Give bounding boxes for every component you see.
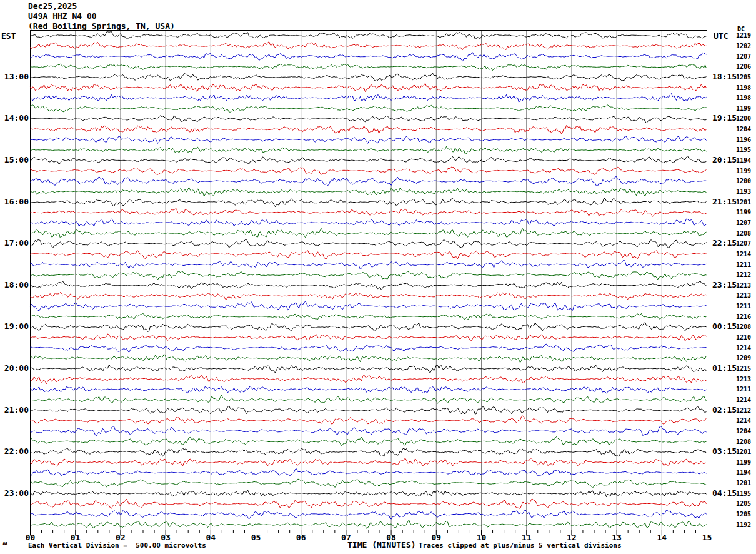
seismogram-trace-row <box>31 126 707 134</box>
minute-tick-label: 02 <box>111 533 130 542</box>
est-hour-label: 20:00 <box>0 363 29 373</box>
seismogram-trace-row <box>31 354 707 363</box>
est-hour-label: 23:00 <box>0 488 29 498</box>
dc-offset-value: 1209 <box>736 355 751 361</box>
utc-hour-label: 22:15 <box>712 238 737 248</box>
seismogram-trace-row <box>31 520 707 528</box>
dc-offset-value: 1207 <box>736 53 751 60</box>
dc-offset-value: 1215 <box>736 365 751 372</box>
dc-offset-value: 1208 <box>736 438 751 445</box>
est-hour-label: 18:00 <box>0 280 29 290</box>
dc-offset-value: 1216 <box>736 313 751 320</box>
seismogram-trace-row <box>31 490 707 497</box>
seismogram-trace-row <box>31 105 707 112</box>
dc-offset-value: 1198 <box>736 84 751 91</box>
dc-offset-value: 1201 <box>736 480 751 486</box>
minute-tick-label: 14 <box>652 533 671 542</box>
dc-offset-value: 1200 <box>736 178 751 184</box>
seismogram-trace-row <box>31 271 707 280</box>
seismogram-trace-row <box>31 416 707 424</box>
utc-hour-label: 20:15 <box>712 155 737 164</box>
dc-offset-value: 1213 <box>736 292 751 299</box>
dc-offset-value: 1195 <box>736 490 751 497</box>
seismogram-trace-row <box>31 64 707 70</box>
minute-tick-label: 00 <box>21 533 40 542</box>
minute-tick-label: 03 <box>156 533 175 542</box>
minute-tick-label: 13 <box>607 533 626 542</box>
seismogram-trace-row <box>31 365 707 373</box>
utc-hour-label: 01:15 <box>712 363 737 373</box>
dc-offset-value: 1195 <box>736 146 751 153</box>
dc-offset-value: 1211 <box>736 261 751 268</box>
seismogram-trace-row <box>31 322 707 331</box>
plot-frame <box>31 31 707 530</box>
dc-offset-value: 1214 <box>736 417 751 424</box>
dc-offset-value: 1219 <box>736 32 751 39</box>
utc-hour-label: 02:15 <box>712 405 737 415</box>
seismogram-trace-row <box>31 293 707 300</box>
dc-offset-value: 1214 <box>736 396 751 403</box>
seismogram-trace-row <box>31 448 707 457</box>
dc-offset-value: 1208 <box>736 323 751 330</box>
dc-offset-value: 1192 <box>736 521 751 528</box>
dc-offset-value: 1211 <box>736 386 751 393</box>
utc-hour-label: 04:15 <box>712 488 737 498</box>
dc-offset-value: 1194 <box>736 157 751 164</box>
minute-tick-label: 01 <box>66 533 85 542</box>
dc-offset-value: 1205 <box>736 511 751 518</box>
dc-offset-value: 1199 <box>736 459 751 466</box>
utc-hour-label: 19:15 <box>712 113 737 123</box>
dc-offset-value: 1204 <box>736 428 751 435</box>
dc-offset-value: 1202 <box>736 43 751 49</box>
dc-offset-value: 1212 <box>736 407 751 414</box>
minute-tick-label: 05 <box>247 533 266 542</box>
dc-offset-value: 1193 <box>736 188 751 195</box>
seismogram-trace-row <box>31 375 707 384</box>
utc-hour-label: 00:15 <box>712 321 737 331</box>
dc-offset-value: 1207 <box>736 219 751 226</box>
seismogram-trace-row <box>31 146 707 154</box>
dc-offset-value: 1212 <box>736 271 751 278</box>
dc-offset-value: 1205 <box>736 74 751 81</box>
minute-tick-label: 11 <box>517 533 536 542</box>
est-hour-label: 13:00 <box>0 72 29 81</box>
dc-offset-value: 1198 <box>736 94 751 101</box>
seismogram-trace-row <box>31 176 707 186</box>
x-axis-title: TIME (MINUTES) <box>347 540 416 550</box>
minute-tick-label: 12 <box>562 533 581 542</box>
seismogram-trace-row <box>31 499 707 508</box>
dc-offset-value: 1207 <box>736 240 751 247</box>
seismogram-trace-row <box>31 344 707 352</box>
utc-hour-label: 18:15 <box>712 72 737 81</box>
dc-offset-value: 1194 <box>736 469 751 476</box>
seismogram-trace-row <box>31 83 707 91</box>
est-hour-label: 16:00 <box>0 197 29 206</box>
dc-offset-value: 1213 <box>736 282 751 289</box>
seismogram-trace-row <box>31 167 707 174</box>
seismogram-trace-row <box>31 251 707 259</box>
minute-tick-label: 09 <box>427 533 445 542</box>
dc-offset-value: 1199 <box>736 209 751 216</box>
minute-tick-label: 10 <box>472 533 491 542</box>
dc-offset-value: 1208 <box>736 230 751 237</box>
seismogram-trace-row <box>31 229 707 238</box>
dc-offset-value: 1196 <box>736 136 751 143</box>
est-hour-label: 14:00 <box>0 113 29 123</box>
dc-offset-value: 1204 <box>736 126 751 133</box>
dc-offset-value: 1213 <box>736 376 751 383</box>
seismogram-trace-row <box>31 94 707 103</box>
seismogram-trace-row <box>31 116 707 123</box>
seismogram-trace-row <box>31 437 707 446</box>
seismogram-trace-row <box>31 136 707 144</box>
dc-offset-value: 1206 <box>736 63 751 70</box>
seismogram-trace-row <box>31 73 707 81</box>
vertical-scale-note: Each Vertical Division = 500.00 microvol… <box>28 541 206 550</box>
dc-offset-value: 1210 <box>736 334 751 341</box>
est-hour-label: 21:00 <box>0 405 29 415</box>
seismogram-trace-row <box>31 301 707 311</box>
seismogram-trace-row <box>31 156 707 164</box>
est-hour-label: 15:00 <box>0 155 29 164</box>
seismogram-trace-row <box>31 458 707 466</box>
seismogram-trace-row <box>31 260 707 269</box>
seismogram-trace-row <box>31 479 707 488</box>
